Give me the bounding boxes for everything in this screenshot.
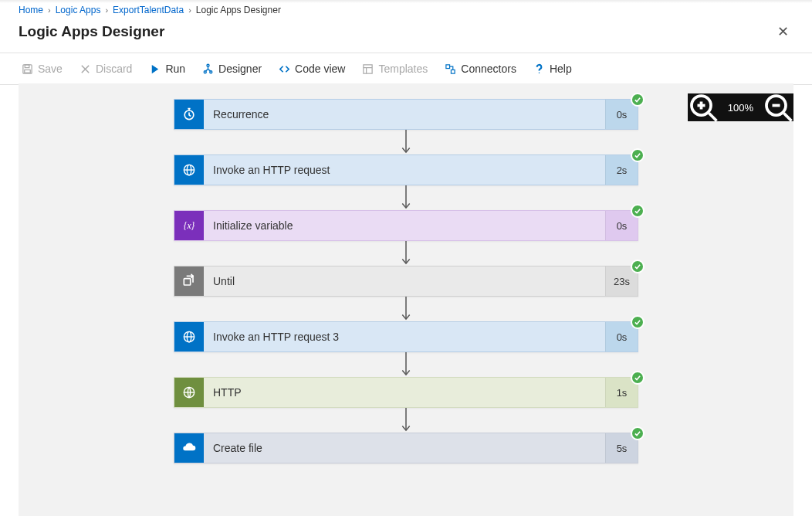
breadcrumb-sep: › <box>105 5 108 15</box>
status-success-icon <box>631 426 645 440</box>
svg-text:{x}: {x} <box>184 221 195 231</box>
zoom-in-button[interactable] <box>688 93 719 121</box>
play-icon <box>149 63 161 75</box>
status-success-icon <box>631 371 645 385</box>
breadcrumb-current: Logic Apps Designer <box>196 5 281 15</box>
svg-rect-30 <box>184 279 190 285</box>
flow-arrow <box>406 408 407 433</box>
templates-button[interactable]: Templates <box>354 58 435 80</box>
workflow-node-until[interactable]: Until23s <box>174 266 638 297</box>
loop-icon <box>174 266 204 296</box>
workflow-node-http[interactable]: HTTP1s <box>174 377 638 408</box>
breadcrumb-home[interactable]: Home <box>19 5 43 15</box>
page-title: Logic Apps Designer <box>19 23 164 40</box>
workflow-node-recurrence[interactable]: Recurrence0s <box>174 99 638 130</box>
connectors-button[interactable]: Connectors <box>437 58 524 80</box>
node-title: Until <box>204 275 605 287</box>
globe2-icon <box>174 378 204 407</box>
svg-rect-13 <box>452 70 455 73</box>
header: Logic Apps Designer ✕ <box>0 19 812 53</box>
flow-arrow <box>406 185 407 210</box>
node-title: HTTP <box>204 386 605 399</box>
svg-rect-2 <box>25 70 31 73</box>
zoom-control: 100% <box>688 93 793 121</box>
globe-icon <box>174 155 204 185</box>
clock-icon <box>174 100 204 129</box>
breadcrumb-sep: › <box>48 5 51 15</box>
zoom-in-icon <box>688 92 719 123</box>
status-success-icon <box>631 93 645 107</box>
zoom-level: 100% <box>719 102 763 114</box>
svg-point-14 <box>539 72 540 73</box>
breadcrumb-sep: › <box>188 5 191 15</box>
designer-icon <box>202 63 214 75</box>
variable-icon: {x} <box>174 211 204 240</box>
workflow-node-initvar[interactable]: {x}Initialize variable0s <box>174 210 638 241</box>
svg-marker-5 <box>152 64 158 73</box>
svg-line-20 <box>784 114 792 121</box>
close-button[interactable]: ✕ <box>773 20 793 43</box>
status-success-icon <box>631 315 645 329</box>
status-success-icon <box>631 204 645 218</box>
code-icon <box>279 63 290 75</box>
svg-rect-12 <box>446 64 450 68</box>
discard-button[interactable]: Discard <box>72 58 140 80</box>
top-shadow <box>0 0 812 3</box>
workflow-node-createfile[interactable]: Create file5s <box>174 433 638 463</box>
save-button[interactable]: Save <box>14 58 70 80</box>
discard-icon <box>80 63 91 75</box>
status-success-icon <box>631 260 645 273</box>
help-icon <box>533 63 545 75</box>
toolbar: Save Discard Run Designer Code view Temp… <box>0 53 812 85</box>
designer-button[interactable]: Designer <box>195 58 269 80</box>
flow-arrow <box>406 130 407 154</box>
workflow-flow: Recurrence0sInvoke an HTTP request2s{x}I… <box>19 99 793 463</box>
flow-arrow <box>406 297 407 321</box>
workflow-node-http3[interactable]: Invoke an HTTP request 30s <box>174 321 638 352</box>
breadcrumb-logic-apps[interactable]: Logic Apps <box>56 5 101 15</box>
breadcrumb-resource[interactable]: ExportTalentData <box>113 5 184 15</box>
workflow-node-http1[interactable]: Invoke an HTTP request2s <box>174 154 638 185</box>
flow-arrow <box>406 352 407 377</box>
node-title: Initialize variable <box>204 219 605 232</box>
cloud-icon <box>174 433 204 463</box>
node-title: Invoke an HTTP request 3 <box>204 331 605 343</box>
svg-line-16 <box>709 114 716 121</box>
connectors-icon <box>445 63 456 75</box>
zoom-out-button[interactable] <box>763 93 793 121</box>
svg-point-6 <box>207 64 209 66</box>
save-icon <box>22 63 33 75</box>
help-button[interactable]: Help <box>526 58 580 80</box>
node-title: Recurrence <box>204 108 605 121</box>
node-title: Create file <box>204 442 605 454</box>
globe-icon <box>174 322 204 351</box>
flow-arrow <box>406 241 407 266</box>
node-title: Invoke an HTTP request <box>204 164 605 176</box>
status-success-icon <box>631 148 645 162</box>
run-button[interactable]: Run <box>141 58 193 80</box>
svg-rect-1 <box>25 64 29 67</box>
designer-canvas[interactable]: 100% Recurrence0sInvoke an HTTP request2… <box>19 83 793 516</box>
svg-rect-9 <box>364 64 372 73</box>
templates-icon <box>362 63 374 75</box>
zoom-out-icon <box>763 92 793 123</box>
code-view-button[interactable]: Code view <box>271 58 353 80</box>
